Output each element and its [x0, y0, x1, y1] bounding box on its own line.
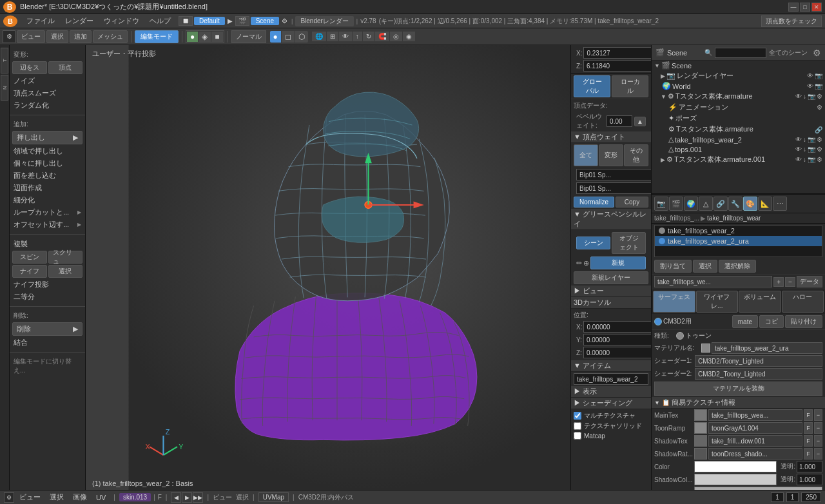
global-btn[interactable]: グローバル — [574, 75, 610, 97]
shadow-transparency-input[interactable] — [797, 474, 822, 485]
assign-mat-btn[interactable]: 割り当て — [654, 260, 692, 273]
texture-shading-btn[interactable]: ⬡ — [295, 31, 308, 43]
outline-armature2[interactable]: ⚙ Tスタンス素体.armature 🔗 — [652, 124, 825, 135]
offset-edge-btn[interactable]: オフセット辺す... — [10, 218, 85, 231]
all-tab[interactable]: 全て — [574, 144, 598, 166]
multitex-check[interactable] — [574, 412, 581, 420]
constraints-props-btn[interactable]: 🔗 — [713, 197, 728, 211]
outline-pose[interactable]: ✦ ポーズ — [652, 113, 825, 124]
spin-btn[interactable]: スピン — [12, 251, 47, 264]
shadowrat-minus-btn[interactable]: − — [814, 448, 822, 460]
shadowtex-name[interactable] — [708, 435, 802, 447]
grease-pencil-toggle[interactable]: ▼ グリースペンシルレイ — [571, 209, 651, 230]
proportional-edit-btn[interactable]: ◎ — [390, 32, 402, 41]
face-mode-btn[interactable]: ■ — [211, 32, 222, 42]
maintex-f-btn[interactable]: F — [804, 409, 813, 421]
shading-section-header[interactable]: ▶ シェーディング — [571, 398, 651, 409]
bottom-view-btn[interactable]: ビュー — [15, 492, 44, 503]
smooth-btn[interactable]: 頂点スムーズ — [10, 87, 85, 99]
other-tab[interactable]: その他 — [624, 144, 648, 166]
end-frame[interactable]: 250 — [801, 492, 821, 502]
tex-solid-check[interactable] — [574, 422, 581, 430]
new-gp-btn[interactable]: 新規 — [590, 257, 646, 269]
view-toggle[interactable]: ▶ ビュー — [571, 286, 651, 297]
material-item-2[interactable]: take_frilltops_wear_2_ura — [655, 236, 822, 246]
cursor-section-header[interactable]: 3Dカーソル — [571, 297, 651, 309]
proportional-falloff-btn[interactable]: ◉ — [403, 32, 415, 41]
normal-label[interactable]: ノーマル — [231, 30, 266, 43]
scene-gp-btn[interactable]: シーン — [576, 237, 610, 249]
outline-anim[interactable]: ⚡ アニメーション ⚙ — [652, 102, 825, 113]
minimize-button[interactable]: — — [788, 3, 799, 12]
toonramp-minus-btn[interactable]: − — [814, 422, 822, 434]
new-layer-btn[interactable]: 新規レイヤー — [574, 271, 648, 284]
extrude-individual-btn[interactable]: 個々に押し出し — [10, 157, 85, 170]
select2-btn[interactable]: 選択 — [48, 265, 83, 278]
renderer-selector[interactable]: Blenderレンダー — [295, 16, 353, 26]
group2-name[interactable] — [576, 182, 651, 194]
mate-btn[interactable]: mate — [732, 315, 758, 328]
bottom-view2-btn[interactable]: ビュー — [213, 493, 232, 502]
global-orient-btn[interactable]: 🌐 — [312, 32, 326, 41]
cx-input[interactable] — [583, 321, 651, 333]
surface-tab[interactable]: サーフェス — [653, 291, 695, 313]
material-props-btn[interactable]: 🎨 — [743, 197, 757, 211]
copy-btn[interactable]: Copy — [616, 197, 648, 208]
uvmap-selector[interactable]: UVMap — [258, 492, 289, 502]
delete-btn[interactable]: 削除 ▶ — [12, 322, 82, 336]
toon-radio[interactable] — [676, 332, 684, 340]
prev-frame-btn[interactable]: ◀ — [171, 492, 181, 503]
noise-btn[interactable]: ノイズ — [10, 75, 85, 87]
random-btn[interactable]: ランダム化 — [10, 99, 85, 111]
copy-mat-btn[interactable]: コピ — [759, 315, 784, 328]
edit-mode-dropdown[interactable]: 編集モード — [135, 30, 179, 43]
display-section-header[interactable]: ▶ 表示 — [571, 386, 651, 398]
knife-project-btn[interactable]: ナイフ投影 — [10, 278, 85, 291]
shadowtex-f-btn[interactable]: F — [804, 435, 813, 447]
normal-orient-btn[interactable]: ↑ — [353, 32, 362, 41]
vertex-mode-btn[interactable]: ● — [187, 32, 198, 42]
mesh-menu-btn[interactable]: メッシュ — [93, 30, 128, 43]
world-props-btn[interactable]: 🌍 — [684, 197, 698, 211]
halo-tab[interactable]: ハロー — [782, 291, 824, 313]
next-frame-btn[interactable]: ▶▶ — [193, 492, 203, 503]
knife-btn[interactable]: ナイフ — [12, 265, 47, 278]
add-menu-btn[interactable]: 追加 — [70, 30, 92, 43]
play-btn[interactable]: ▶ — [182, 492, 192, 503]
gimbal-orient-btn[interactable]: ↻ — [363, 32, 374, 41]
bottom-image-btn[interactable]: 画像 — [69, 492, 91, 503]
toonramp-name[interactable] — [708, 422, 802, 434]
cz-input[interactable] — [583, 347, 651, 358]
tool-strip-btn-1[interactable]: T — [1, 48, 8, 73]
tool-settings-button[interactable]: ⚙ — [3, 30, 15, 43]
local-btn[interactable]: ローカル — [612, 75, 648, 97]
outline-armature3[interactable]: ▶ ⚙ Tスタンス素体.armature.001 👁 ↓ 📷 ⚙ — [652, 154, 825, 165]
outline-armature[interactable]: ▼ ⚙ Tスタンス素体.armature 👁 ↓ 📷 ⚙ — [652, 91, 825, 102]
transform-tab[interactable]: 変形 — [599, 144, 623, 166]
shader1-input[interactable] — [695, 355, 822, 367]
subdivide-btn[interactable]: 細分化 — [10, 194, 85, 206]
decorate-mat-btn[interactable]: マテリアルを装飾 — [654, 382, 822, 396]
file-menu[interactable]: ファイル — [21, 15, 60, 27]
x-coord-input[interactable] — [583, 47, 651, 59]
color-swatch[interactable] — [694, 461, 777, 472]
window-menu[interactable]: ウィンドウ — [99, 15, 144, 27]
snap-toggle-btn[interactable]: 🧲 — [375, 32, 389, 41]
toonramp-f-btn[interactable]: F — [804, 422, 813, 434]
particles-props-btn[interactable]: ⋯ — [773, 197, 787, 211]
mat-name-input[interactable] — [712, 342, 822, 354]
bottom-uv-btn[interactable]: UV — [92, 493, 110, 502]
outline-mesh2[interactable]: △ tops.001 👁 ↓ 📷 ⚙ — [652, 144, 825, 154]
edge-mode-btn[interactable]: ◈ — [199, 32, 211, 42]
volume-tab[interactable]: ボリューム — [739, 291, 781, 313]
obj-name-input[interactable] — [654, 276, 772, 287]
select-mat-btn[interactable]: 選択 — [693, 260, 717, 273]
object-gp-btn[interactable]: オブジェクト — [612, 232, 646, 254]
outliner-search[interactable] — [715, 48, 766, 58]
extrude-region-btn[interactable]: 領域で押し出し — [10, 145, 85, 157]
outline-mesh1[interactable]: △ take_frilltops_wear_2 👁 ↓ 📷 ⚙ — [652, 135, 825, 144]
local-orient-btn[interactable]: ⊞ — [327, 32, 338, 41]
render-props-btn[interactable]: 📷 — [654, 197, 668, 211]
shadowcol-swatch[interactable] — [694, 474, 777, 485]
shadowtex-minus-btn[interactable]: − — [814, 435, 822, 447]
